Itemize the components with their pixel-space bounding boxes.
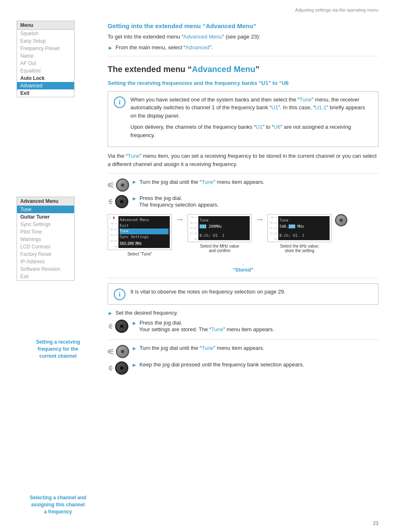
arrow-icon-2: ► (132, 179, 137, 185)
press-jog-text: Press the jog dial. (140, 320, 182, 326)
set-desired-step: ► Set the desired frequency. (108, 310, 378, 316)
step-press-text: Press the jog dial. (140, 195, 182, 201)
via-tune-text: Via the “Tune” menu item, you can set a … (108, 152, 378, 168)
arrow-icon-7: ► (132, 362, 137, 368)
menu-item-freq-preset: Frequency Preset (17, 45, 74, 52)
advanced-menu-item-exit: Exit (17, 273, 74, 280)
page-number: 23 (373, 520, 378, 526)
freq-banks-heading: Setting the receiving frequencies and th… (108, 80, 378, 86)
menu-item-name: Name (17, 52, 74, 60)
info-content-1: When you have selected one of the system… (130, 96, 372, 143)
main-menu-box: Menu Squelch Easy Setup Frequency Preset… (17, 21, 75, 97)
advanced-menu-item-pilot-tone: Pilot Tone (17, 228, 74, 236)
info-content-2: It is vital to observe the notes on freq… (130, 288, 372, 296)
info-box-2: i It is vital to observe the notes on fr… (108, 283, 378, 305)
advanced-menu-title: Advanced Menu (17, 197, 74, 206)
arrow-icon-5: ► (132, 320, 137, 326)
menu-item-af-out: AF Out (17, 60, 74, 67)
settings-stored-text: Your settings are stored. The “Tune” men… (132, 326, 274, 332)
menu-item-equalizer: Equalizer (17, 67, 74, 75)
advanced-menu-item-warnings: Warnings (17, 236, 74, 243)
menu-item-squelch: Squelch (17, 30, 74, 37)
step-select-turn-text: Turn the jog dial until the “Tune” menu … (140, 345, 265, 351)
getting-into-heading: Getting into the extended menu “Advanced… (108, 22, 378, 29)
diagram-block-1: I▮ 40 0 30 -10 20 -20 10 -30 -40 Advance… (108, 214, 172, 256)
stored-label-row: ↑ “Stored” (108, 262, 378, 273)
diagram-caption-2: Select the MHz valueand confirm (200, 244, 239, 253)
right-column: Getting into the extended menu “Advanced… (108, 21, 378, 518)
set-desired-text: Set the desired frequency. (116, 310, 178, 316)
menu-item-easy-setup: Easy Setup (17, 37, 74, 45)
arrow-icon-4: ► (108, 310, 113, 316)
step-select-turn-jog: ► Turn the jog dial until the “Tune” men… (108, 345, 378, 358)
step-press-sub: The frequency selection appears. (132, 202, 219, 208)
arrow-icon-6: ► (132, 345, 137, 351)
diagram-block-3: 40 0 30 -10 20 -20 10 -30 -40 Tune 548.2… (267, 214, 332, 253)
diagram-caption-3: Select the kHz value;store the setting (280, 244, 319, 253)
diagram-arrow-1: → (175, 214, 184, 225)
step-keep-pressed-text: Keep the jog dial pressed until the freq… (140, 361, 304, 368)
advanced-menu-item-software-revision: Software Revision (17, 265, 74, 273)
info-icon-2: i (114, 289, 125, 300)
getting-into-body: To get into the extended menu “Advanced … (108, 33, 378, 41)
diagram-block-2: 40 0 30 -10 20 -20 10 -30 -40 Tune 543 2… (188, 214, 252, 253)
selecting-channel-label: Selecting a channel andassigning this ch… (17, 494, 99, 515)
advanced-menu-item-tune: Tune (17, 206, 74, 213)
advanced-menu-item-guitar-tuner: Guitar Tuner (17, 213, 74, 221)
info-icon-1: i (114, 96, 125, 108)
getting-into-step-text: From the main menu, select “Advanced”. (116, 44, 213, 51)
advanced-menu-item-ip-address: IP-Address (17, 258, 74, 265)
menu-item-exit: Exit (17, 89, 74, 97)
step-keep-pressed: ► Keep the jog dial pressed until the fr… (108, 361, 378, 375)
menu-item-auto-lock: Auto Lock (17, 75, 74, 82)
diagram-arrow-2: → (255, 214, 264, 225)
stored-label: “Stored” (233, 267, 253, 273)
diagram-caption-1: Select “Tune” (128, 252, 152, 256)
menu-title: Menu (17, 21, 74, 30)
advanced-menu-item-factory-reset: Factory Reset (17, 250, 74, 258)
advanced-menu-item-sync-settings: Sync Settings (17, 221, 74, 228)
diagram-row: I▮ 40 0 30 -10 20 -20 10 -30 -40 Advance… (108, 214, 378, 256)
setting-freq-label: Setting a receivingfrequency for thecurr… (17, 339, 99, 359)
left-column: Menu Squelch Easy Setup Frequency Preset… (17, 21, 99, 518)
jog-dial-right (335, 214, 347, 226)
page-header: Adjusting settings via the operating men… (0, 0, 395, 17)
step-turn-text: Turn the jog dial until the “Tune” menu … (140, 179, 265, 185)
arrow-icon: ► (108, 45, 113, 51)
extended-menu-heading-blue: Advanced Menu (192, 65, 255, 74)
extended-menu-heading: The extended menu “Advanced Menu” (108, 65, 378, 74)
getting-into-step: ► From the main menu, select “Advanced”. (108, 44, 378, 51)
menu-item-advanced: Advanced (17, 82, 74, 89)
step-turn-jog: ► Turn the jog dial until the “Tune” men… (108, 178, 378, 192)
info-box-1: i When you have selected one of the syst… (108, 91, 378, 147)
advanced-menu-item-lcd-contrast: LCD Contrast (17, 243, 74, 250)
step-press-jog-2: ► Press the jog dial. Your settings are … (108, 320, 378, 333)
arrow-icon-3: ► (132, 195, 137, 202)
step-press-jog: ► Press the jog dial. The frequency sele… (108, 195, 378, 208)
advanced-menu-box: Advanced Menu Tune Guitar Tuner Sync Set… (17, 197, 75, 281)
